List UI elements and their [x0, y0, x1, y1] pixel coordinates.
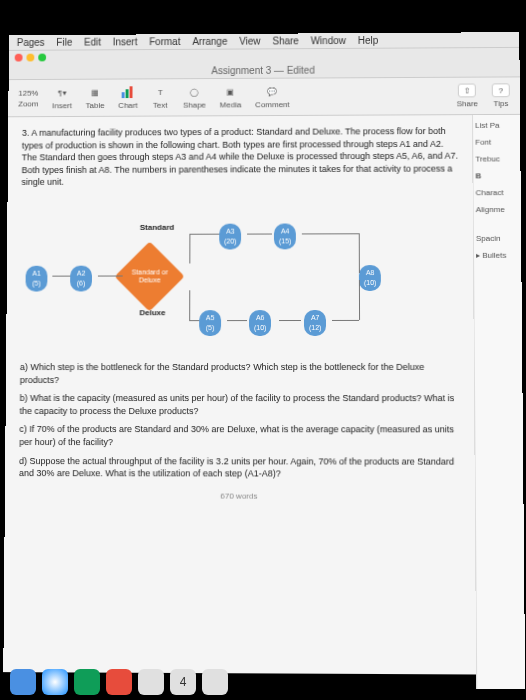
minimize-icon[interactable] — [26, 54, 34, 62]
shape-icon: ◯ — [186, 85, 204, 99]
svg-rect-2 — [130, 86, 133, 98]
menu-insert[interactable]: Insert — [113, 36, 138, 47]
shape-button[interactable]: ◯Shape — [179, 83, 210, 112]
chart-button[interactable]: Chart — [114, 83, 141, 112]
node-a2: A2(6) — [70, 266, 92, 291]
safari-icon[interactable] — [42, 669, 68, 695]
menu-file[interactable]: File — [56, 37, 72, 48]
fullscreen-icon[interactable] — [38, 54, 46, 62]
svg-rect-0 — [122, 92, 125, 98]
node-a3: A3(20) — [219, 224, 241, 249]
powerpoint-icon[interactable] — [106, 669, 132, 695]
table-icon: ▦ — [86, 85, 104, 99]
font-label: Font — [475, 138, 518, 147]
font-select[interactable]: Trebuc — [475, 154, 518, 163]
excel-icon[interactable] — [74, 669, 100, 695]
insert-button[interactable]: ¶▾Insert — [48, 84, 76, 113]
text-button[interactable]: TText — [147, 83, 173, 112]
bullets-control[interactable]: ▸ Bullets — [476, 251, 519, 260]
question-d: d) Suppose the actual throughput of the … — [19, 455, 461, 481]
node-a5: A5(5) — [199, 310, 221, 336]
app-icon[interactable] — [138, 669, 164, 695]
svg-rect-1 — [126, 89, 129, 98]
word-count: 670 words — [19, 490, 461, 502]
menu-edit[interactable]: Edit — [84, 37, 101, 48]
toolbar: 125% Zoom ¶▾Insert ▦Table Chart TText ◯S… — [8, 77, 520, 117]
dock: 4 — [10, 666, 516, 698]
node-a8: A8(10) — [359, 265, 382, 291]
question-a: a) Which step is the bottleneck for the … — [20, 361, 460, 386]
table-button[interactable]: ▦Table — [82, 83, 109, 112]
spacing-control[interactable]: Spacin — [476, 234, 519, 243]
decision-node: Standard or Deluxe — [114, 241, 184, 311]
inspector-sidebar: List Pa Font Trebuc B Charact Alignme Sp… — [472, 115, 525, 689]
tips-button[interactable]: ?Tips — [488, 81, 514, 110]
alignment-control[interactable]: Alignme — [476, 205, 519, 214]
menu-help[interactable]: Help — [358, 35, 378, 46]
bold-button[interactable]: B — [475, 171, 518, 180]
text-icon: T — [151, 85, 169, 99]
question-3-text: 3. A manufacturing facility produces two… — [21, 125, 458, 189]
close-icon[interactable] — [15, 54, 23, 62]
document-area[interactable]: 3. A manufacturing facility produces two… — [3, 115, 476, 689]
list-panel[interactable]: List Pa — [475, 121, 518, 130]
menu-format[interactable]: Format — [149, 36, 180, 47]
media-icon: ▣ — [222, 85, 240, 99]
node-a7: A7(12) — [304, 310, 327, 336]
calendar-icon[interactable]: 4 — [170, 669, 196, 695]
paragraph-icon: ¶▾ — [53, 86, 71, 100]
zoom-control[interactable]: 125% Zoom — [14, 86, 42, 110]
deluxe-label: Deluxe — [139, 307, 165, 318]
menu-window[interactable]: Window — [311, 35, 346, 46]
comment-button[interactable]: 💬Comment — [251, 83, 293, 112]
media-button[interactable]: ▣Media — [216, 83, 246, 112]
tips-icon: ? — [492, 83, 510, 97]
share-button[interactable]: ⇧Share — [452, 82, 482, 111]
chart-icon — [119, 85, 137, 99]
question-c: c) If 70% of the products are Standard a… — [19, 423, 460, 449]
share-icon: ⇧ — [458, 84, 476, 98]
node-a4: A4(15) — [274, 224, 296, 249]
question-b: b) What is the capacity (measured as uni… — [20, 392, 461, 417]
menu-arrange[interactable]: Arrange — [192, 36, 227, 47]
node-a1: A1(5) — [26, 266, 48, 291]
app-name[interactable]: Pages — [17, 37, 45, 48]
menu-view[interactable]: View — [239, 36, 260, 47]
node-a6: A6(10) — [249, 310, 271, 336]
flowchart: Standard Deluxe A1(5) A2(6) Standard or … — [20, 195, 460, 355]
menu-share[interactable]: Share — [272, 35, 298, 46]
app2-icon[interactable] — [202, 669, 228, 695]
finder-icon[interactable] — [10, 669, 36, 695]
standard-label: Standard — [140, 222, 174, 233]
character-styles[interactable]: Charact — [476, 188, 519, 197]
comment-icon: 💬 — [263, 85, 281, 99]
